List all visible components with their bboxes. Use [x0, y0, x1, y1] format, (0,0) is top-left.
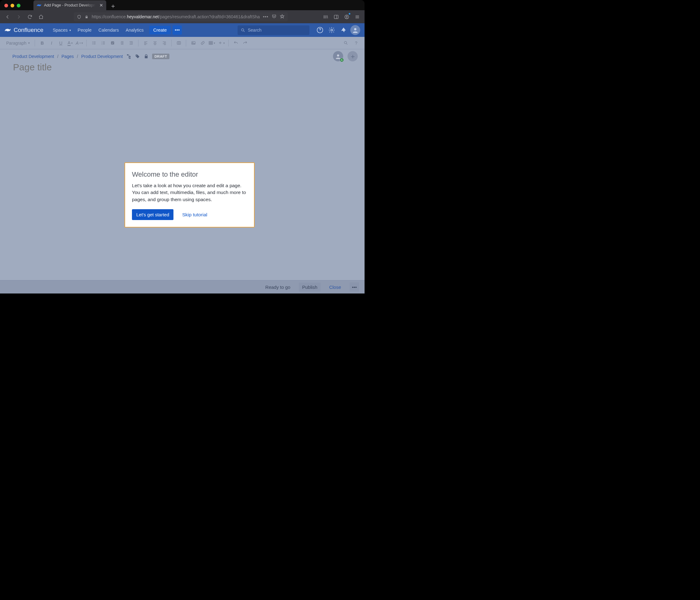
breadcrumb-separator: /: [57, 54, 58, 59]
numbered-list-button[interactable]: 123: [99, 39, 107, 47]
align-center-button[interactable]: [151, 39, 159, 47]
undo-button[interactable]: [232, 39, 240, 47]
text-color-button[interactable]: A▾: [66, 39, 74, 47]
account-icon[interactable]: [342, 12, 352, 22]
window-minimize-button[interactable]: [10, 4, 14, 7]
tab-close-button[interactable]: ✕: [99, 3, 103, 8]
insert-link-button[interactable]: [199, 39, 207, 47]
bookmark-star-icon[interactable]: [280, 14, 285, 20]
notifications-icon[interactable]: [339, 25, 348, 35]
app-menu-icon[interactable]: [352, 12, 362, 22]
search-placeholder: Search: [248, 28, 261, 32]
window-close-button[interactable]: [4, 4, 8, 7]
nav-calendars-label: Calendars: [99, 28, 119, 32]
nav-calendars[interactable]: Calendars: [95, 26, 122, 34]
outdent-button[interactable]: [118, 39, 126, 47]
global-nav: Confluence Spaces ▾ People Calendars Ana…: [0, 23, 365, 37]
welcome-modal: Welcome to the editor Let's take a look …: [125, 162, 255, 227]
page-actions-icon[interactable]: •••: [263, 14, 269, 19]
invite-button[interactable]: ＋: [348, 51, 358, 62]
nav-forward-button[interactable]: [14, 12, 24, 22]
paragraph-style-select[interactable]: Paragraph ▾: [4, 41, 32, 46]
help-icon[interactable]: [315, 25, 325, 35]
tracking-protection-icon[interactable]: [77, 15, 81, 19]
lets-get-started-button[interactable]: Let's get started: [132, 209, 173, 220]
clear-formatting-button[interactable]: A×▾: [75, 39, 83, 47]
svg-rect-28: [144, 42, 147, 42]
browser-tab[interactable]: Add Page - Product Developme ✕: [33, 0, 106, 10]
insert-image-button[interactable]: [189, 39, 197, 47]
favicon-confluence-icon: [36, 3, 42, 8]
redo-button[interactable]: [241, 39, 249, 47]
bullet-list-button[interactable]: [90, 39, 98, 47]
nav-spaces[interactable]: Spaces ▾: [50, 26, 74, 34]
profile-avatar[interactable]: [350, 25, 360, 35]
collaborators: A ＋: [333, 51, 358, 62]
global-search[interactable]: Search: [238, 25, 309, 35]
insert-table-button[interactable]: ▾: [208, 39, 216, 47]
italic-button[interactable]: I: [47, 39, 55, 47]
brand-logo[interactable]: Confluence: [4, 27, 43, 33]
nav-analytics[interactable]: Analytics: [123, 26, 147, 34]
underline-button[interactable]: U: [57, 39, 65, 47]
bold-button[interactable]: B: [38, 39, 46, 47]
svg-point-5: [331, 29, 333, 31]
page-title-input[interactable]: [12, 62, 352, 73]
nav-links: Spaces ▾ People Calendars Analytics Crea…: [50, 25, 182, 35]
settings-gear-icon[interactable]: [327, 25, 337, 35]
close-button[interactable]: Close: [326, 283, 344, 292]
skip-tutorial-button[interactable]: Skip tutorial: [182, 212, 207, 218]
svg-rect-12: [94, 44, 96, 44]
svg-rect-38: [162, 43, 166, 44]
url-text: https://confluence.heyvaldemar.net/pages…: [92, 14, 260, 19]
restrictions-lock-icon[interactable]: [143, 54, 149, 59]
lock-icon[interactable]: [84, 15, 89, 19]
draft-badge: DRAFT: [152, 54, 169, 59]
align-left-button[interactable]: [142, 39, 150, 47]
find-replace-button[interactable]: [342, 39, 350, 47]
svg-rect-40: [177, 42, 181, 44]
window-zoom-button[interactable]: [17, 4, 21, 7]
indent-button[interactable]: [127, 39, 135, 47]
align-right-button[interactable]: [160, 39, 168, 47]
publish-button[interactable]: Publish: [299, 283, 320, 292]
layout-button[interactable]: [175, 39, 183, 47]
nav-people[interactable]: People: [75, 26, 95, 34]
more-actions-button[interactable]: •••: [350, 282, 359, 292]
svg-point-7: [92, 42, 93, 42]
breadcrumb-space[interactable]: Product Development: [12, 54, 54, 59]
svg-rect-10: [94, 42, 96, 42]
modal-actions: Let's get started Skip tutorial: [132, 209, 247, 220]
new-tab-button[interactable]: ＋: [109, 2, 117, 10]
toolbar-separator: [171, 40, 172, 47]
breadcrumb: Product Development / Pages / Product De…: [12, 54, 352, 59]
create-more-button[interactable]: •••: [173, 25, 182, 35]
svg-rect-47: [129, 58, 130, 59]
breadcrumb-parent[interactable]: Product Development: [81, 54, 123, 59]
labels-tag-icon[interactable]: [135, 54, 140, 59]
library-icon[interactable]: [321, 12, 330, 22]
insert-more-button[interactable]: ＋▾: [217, 39, 225, 47]
breadcrumb-pages[interactable]: Pages: [61, 54, 74, 59]
nav-analytics-label: Analytics: [126, 28, 144, 32]
reader-pocket-icon[interactable]: [272, 14, 277, 20]
editor-toolbar: Paragraph ▾ B I U A▾ A×▾ 123: [0, 37, 365, 49]
nav-back-button[interactable]: [2, 12, 12, 22]
paragraph-style-label: Paragraph: [6, 41, 26, 46]
svg-rect-39: [164, 45, 166, 45]
task-list-button[interactable]: [108, 39, 117, 47]
editor-help-button[interactable]: ?: [352, 39, 360, 47]
svg-rect-30: [144, 43, 147, 44]
nav-home-button[interactable]: [36, 12, 46, 22]
address-bar[interactable]: https://confluence.heyvaldemar.net/pages…: [74, 12, 288, 21]
create-button[interactable]: Create: [149, 26, 171, 34]
collaborator-avatar[interactable]: A: [333, 51, 343, 62]
confluence-logo-icon: [4, 27, 11, 33]
svg-rect-36: [162, 42, 166, 42]
url-host: heyvaldemar.net: [127, 14, 159, 19]
url-path: /pages/resumedraft.action?draftId=360461…: [158, 14, 260, 19]
nav-reload-button[interactable]: [25, 12, 35, 22]
sidebar-toggle-icon[interactable]: [331, 12, 341, 22]
page-tree-icon[interactable]: [126, 54, 132, 59]
modal-heading: Welcome to the editor: [132, 170, 247, 178]
